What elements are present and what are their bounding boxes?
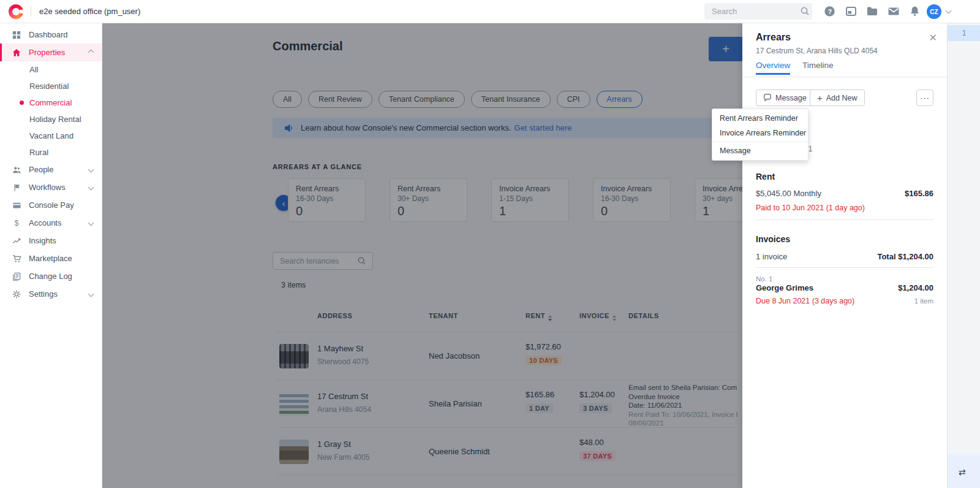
sidebar-item-commercial[interactable]: Commercial [0, 94, 102, 111]
document-icon [12, 272, 21, 281]
sidebar-item-people[interactable]: People [0, 161, 102, 178]
panel-tabs: Overview Timeline [742, 60, 947, 77]
active-indicator [0, 44, 2, 61]
invoice-total: Total $1,204.00 [877, 252, 933, 261]
add-new-button[interactable]: + Add New [810, 90, 865, 106]
invoice-items-count: 1 item [914, 297, 933, 305]
menu-item-invoice-arrears-reminder[interactable]: Invoice Arrears Reminder [712, 126, 808, 140]
divider [31, 6, 31, 17]
more-options-button[interactable]: ··· [916, 90, 933, 106]
tab-overview[interactable]: Overview [756, 61, 790, 70]
chevron-down-icon [88, 291, 94, 297]
svg-text:?: ? [827, 8, 832, 15]
dashboard-icon [12, 31, 21, 39]
sidebar-item-settings[interactable]: Settings [0, 285, 102, 303]
arrears-panel: Arrears 17 Cestrum St, Arana Hills QLD 4… [742, 23, 947, 488]
sidebar-item-properties[interactable]: Properties [0, 44, 102, 61]
dollar-icon: $ [12, 218, 21, 227]
sidebar-item-vacant-land[interactable]: Vacant Land [0, 128, 102, 144]
top-bar: e2e seeded office (pm_user) ? CZ [0, 0, 980, 23]
plus-icon: + [817, 93, 823, 103]
panel-actions: Message + Add New ··· [756, 90, 933, 106]
search-icon [800, 6, 810, 16]
app-window: e2e seeded office (pm_user) ? CZ Dashboa… [0, 0, 980, 488]
docked-tab-1[interactable]: 1 [948, 25, 980, 41]
rent-section-heading: Rent [756, 172, 775, 181]
global-search-input[interactable] [704, 3, 812, 20]
invoice-due-status: Due 8 Jun 2021 (3 days ago) [756, 297, 854, 305]
sidebar-item-accounts[interactable]: $ Accounts [0, 214, 102, 232]
invoice-count: 1 invoice [756, 252, 787, 261]
modal-overlay[interactable] [102, 23, 742, 488]
rent-summary: $5,045.00 Monthly [756, 189, 821, 198]
divider [756, 267, 933, 268]
cart-icon [12, 254, 21, 263]
sidebar: Dashboard Properties All Residential Com… [0, 23, 102, 488]
panel-title: Arrears [756, 32, 791, 43]
browser-window-icon[interactable] [845, 6, 857, 17]
office-name: e2e seeded office (pm_user) [39, 7, 140, 16]
account-chevron-down-icon[interactable] [946, 8, 952, 14]
chevron-up-icon [88, 50, 94, 56]
tab-timeline[interactable]: Timeline [802, 61, 834, 70]
resize-panel-icon[interactable]: ⇄ [959, 467, 966, 477]
menu-divider [712, 142, 808, 142]
sidebar-item-rural[interactable]: Rural [0, 144, 102, 161]
panel-subtitle: 17 Cestrum St, Arana Hills QLD 4054 [756, 47, 878, 55]
docked-panel-strip: 1 ⇄ [947, 23, 980, 488]
home-icon [12, 48, 21, 57]
people-icon [12, 166, 21, 174]
sidebar-item-residential[interactable]: Residential [0, 78, 102, 94]
sidebar-item-dashboard[interactable]: Dashboard [0, 26, 102, 44]
sidebar-item-change-log[interactable]: Change Log [0, 267, 102, 285]
selected-dot-icon [20, 101, 24, 105]
strip-bottom-box: ⇄ [948, 454, 980, 488]
gear-icon [12, 290, 21, 299]
add-new-dropdown-menu: Rent Arrears Reminder Invoice Arrears Re… [712, 109, 809, 161]
notifications-bell-icon[interactable] [909, 6, 921, 17]
flag-icon [12, 183, 21, 192]
message-button[interactable]: Message [756, 90, 814, 106]
rent-paid-status: Paid to 10 Jun 2021 (1 day ago) [756, 204, 865, 212]
menu-item-rent-arrears-reminder[interactable]: Rent Arrears Reminder [712, 111, 808, 126]
close-icon[interactable]: ✕ [929, 32, 937, 44]
sidebar-item-insights[interactable]: Insights [0, 232, 102, 250]
chevron-down-icon [88, 185, 94, 191]
sidebar-item-marketplace[interactable]: Marketplace [0, 250, 102, 267]
credit-card-icon [12, 201, 21, 210]
trend-chart-icon [12, 237, 21, 245]
folder-icon[interactable] [866, 6, 878, 17]
sidebar-item-console-pay[interactable]: Console Pay [0, 196, 102, 214]
invoice-amount: $1,204.00 [898, 283, 933, 292]
chevron-down-icon [88, 167, 94, 173]
menu-item-message[interactable]: Message [712, 143, 808, 158]
rent-amount: $165.86 [905, 189, 933, 198]
console-logo-icon[interactable] [9, 4, 23, 19]
sidebar-item-holiday-rental[interactable]: Holiday Rental [0, 111, 102, 128]
sidebar-item-all[interactable]: All [0, 61, 102, 78]
divider [756, 219, 933, 220]
mail-icon[interactable] [888, 6, 900, 17]
invoices-section-heading: Invoices [756, 234, 790, 244]
sidebar-item-workflows[interactable]: Workflows [0, 178, 102, 196]
chevron-down-icon [88, 220, 94, 226]
speech-bubble-icon [763, 94, 772, 102]
user-avatar[interactable]: CZ [927, 4, 941, 19]
help-icon[interactable]: ? [824, 6, 835, 17]
invoice-payer: George Grimes [756, 283, 813, 292]
invoice-number: No. 1 [756, 275, 773, 283]
